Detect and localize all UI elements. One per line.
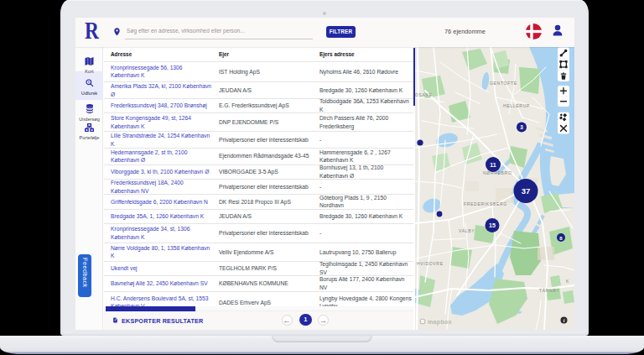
svg-text:DSAXE: DSAXE <box>415 92 432 97</box>
svg-text:K: K <box>566 279 569 284</box>
svg-text:GENTOFTE: GENTOFTE <box>490 81 517 86</box>
svg-text:11: 11 <box>490 162 496 168</box>
svg-text:15: 15 <box>489 222 496 228</box>
svg-text:VALBY: VALBY <box>459 228 475 233</box>
svg-text:NØRREBRO: NØRREBRO <box>483 170 512 175</box>
svg-text:TÅRNBY: TÅRNBY <box>539 288 559 293</box>
svg-text:mapbox: mapbox <box>428 318 452 326</box>
svg-text:HVIDOVRE: HVIDOVRE <box>417 261 444 266</box>
svg-text:HELLERUP: HELLERUP <box>503 103 530 108</box>
svg-text:FREDERIKSBERG: FREDERIKSBERG <box>464 201 507 206</box>
svg-text:37: 37 <box>522 186 531 196</box>
svg-text:3: 3 <box>520 124 523 130</box>
